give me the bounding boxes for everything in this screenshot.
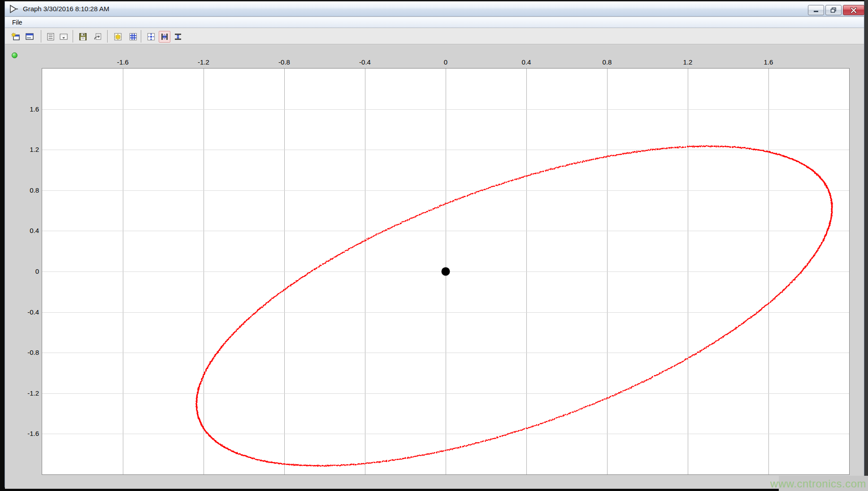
x-tick-label: -0.4 xyxy=(351,58,379,66)
menu-bar: File xyxy=(5,17,864,28)
labview-arrow-icon xyxy=(9,4,19,14)
autoscale-both-button[interactable] xyxy=(145,31,157,43)
x-tick-label: 0.8 xyxy=(593,58,621,66)
minimize-button[interactable] xyxy=(808,5,824,15)
new-graph-button[interactable] xyxy=(10,31,22,43)
y-tick-label: 1.2 xyxy=(15,146,39,154)
watermark-band: www.cntronics.com xyxy=(779,476,868,491)
restore-button[interactable] xyxy=(825,5,842,15)
desktop-edge-left xyxy=(0,0,4,491)
toolbar-separator xyxy=(107,30,108,43)
toolbar-separator xyxy=(41,30,41,43)
x-tick-label: 1.2 xyxy=(673,58,702,66)
title-bar[interactable]: Graph 3/30/2016 8:10:28 AM xyxy=(5,1,864,17)
graph-client-area: -1.6-1.2-0.8-0.400.40.81.21.6 1.61.20.80… xyxy=(5,45,864,489)
x-tick-label: 1.6 xyxy=(754,58,783,66)
graph-window-button[interactable] xyxy=(24,31,35,43)
autoscale-x-button[interactable] xyxy=(159,31,170,43)
status-led-icon xyxy=(12,52,17,58)
cursor-list-button[interactable] xyxy=(58,31,69,43)
watermark-text: www.cntronics.com xyxy=(770,478,866,490)
autoscale-y-button[interactable] xyxy=(172,31,184,43)
x-tick-label: -0.8 xyxy=(270,58,299,66)
x-tick-label: -1.6 xyxy=(108,58,137,66)
x-tick-label: -1.2 xyxy=(189,58,218,66)
y-tick-label: -0.4 xyxy=(15,308,39,316)
save-button[interactable] xyxy=(77,31,89,43)
close-button[interactable] xyxy=(843,5,864,15)
y-tick-label: -1.6 xyxy=(15,430,39,438)
y-tick-label: 0.4 xyxy=(15,227,39,235)
graph-window: Graph 3/30/2016 8:10:28 AM File xyxy=(4,1,864,487)
plot-canvas[interactable] xyxy=(42,69,849,474)
toolbar-separator xyxy=(141,30,141,43)
y-tick-label: 0 xyxy=(15,267,39,276)
toolbar xyxy=(5,28,864,44)
desktop-edge-right xyxy=(864,0,868,491)
y-tick-label: -0.8 xyxy=(15,349,39,357)
y-tick-label: 1.6 xyxy=(15,105,39,113)
data-list-button[interactable] xyxy=(45,31,56,43)
plot-area[interactable] xyxy=(42,68,850,475)
window-title: Graph 3/30/2016 8:10:28 AM xyxy=(23,5,109,13)
screen: Graph 3/30/2016 8:10:28 AM File xyxy=(0,0,868,491)
export-data-button[interactable] xyxy=(92,31,104,43)
x-tick-label: 0.4 xyxy=(512,58,541,66)
toolbar-separator xyxy=(73,30,73,43)
plot-properties-button[interactable] xyxy=(112,31,124,43)
menu-file[interactable]: File xyxy=(9,18,26,27)
y-tick-label: -1.2 xyxy=(15,389,39,397)
x-tick-label: 0 xyxy=(431,58,460,66)
y-tick-label: 0.8 xyxy=(15,186,39,194)
grid-toggle-button[interactable] xyxy=(127,31,139,43)
